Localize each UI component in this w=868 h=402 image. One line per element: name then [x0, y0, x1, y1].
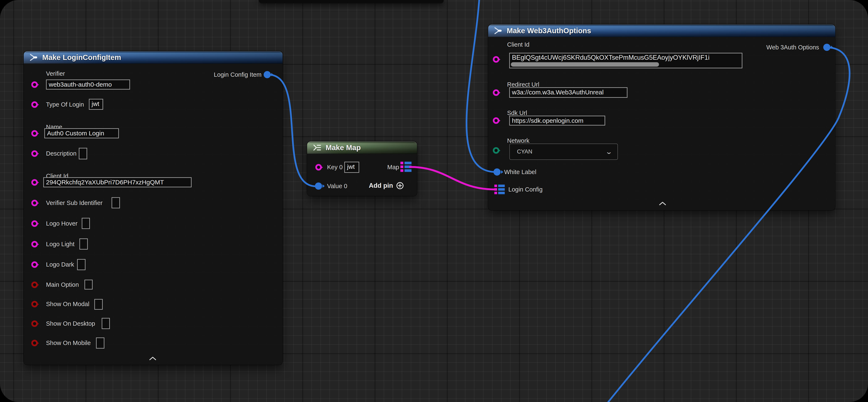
- make-struct-icon: [494, 27, 503, 34]
- add-pin-label: Add pin: [369, 182, 393, 190]
- node-title: Make LoginConfigItem: [42, 53, 121, 62]
- value0-pin[interactable]: [315, 182, 322, 190]
- collapse-chevron-icon[interactable]: [149, 356, 156, 361]
- sdk-url-pin[interactable]: [493, 117, 499, 124]
- pin-label: Show On Desktop: [46, 320, 95, 327]
- pin-label: Show On Mobile: [46, 339, 91, 346]
- pin-label: Description: [46, 150, 76, 157]
- key0-pin[interactable]: [315, 164, 322, 171]
- network-dropdown[interactable]: CYAN ⌄: [509, 143, 618, 160]
- make-map-icon: [313, 144, 322, 151]
- output-pin-label: Login Config Item: [214, 71, 261, 78]
- description-pin[interactable]: [31, 150, 38, 157]
- verifier-sub-identifier-input[interactable]: [112, 197, 120, 208]
- type-of-login-pin[interactable]: [31, 101, 38, 108]
- node-make-web3authoptions[interactable]: Make Web3AuthOptions Web 3Auth Options C…: [488, 24, 835, 210]
- verifier-sub-identifier-pin[interactable]: [31, 200, 38, 206]
- pin-label: Type Of Login: [46, 101, 84, 108]
- logo-dark-input[interactable]: [77, 259, 86, 270]
- pin-label: Network: [507, 137, 529, 144]
- map-pin[interactable]: [400, 162, 411, 172]
- pin-label: Main Option: [46, 281, 79, 288]
- make-struct-icon: [29, 54, 38, 61]
- show-on-mobile-pin[interactable]: [31, 340, 38, 346]
- node-make-loginconfigitem[interactable]: Make LoginConfigItem Login Config Item V…: [24, 51, 283, 365]
- pin-label: Value 0: [327, 182, 347, 190]
- show-on-mobile-checkbox[interactable]: [96, 338, 104, 349]
- description-input[interactable]: [79, 148, 87, 160]
- pin-label: Client Id: [507, 41, 529, 48]
- network-selected-value: CYAN: [517, 148, 606, 155]
- pin-label: Verifier Sub Identifier: [46, 199, 102, 206]
- network-pin[interactable]: [493, 147, 499, 154]
- offscreen-node-edge[interactable]: [259, 0, 444, 3]
- show-on-desktop-checkbox[interactable]: [102, 318, 110, 329]
- output-pin[interactable]: [823, 44, 830, 51]
- client-id-scrollbar[interactable]: [511, 62, 659, 67]
- client-id-input[interactable]: 294QRkchfq2YaXUbPri7D6PH7xzHgQMT: [43, 177, 192, 187]
- verifier-pin[interactable]: [31, 81, 38, 88]
- node-title: Make Map: [326, 143, 361, 152]
- pin-label: Logo Dark: [46, 261, 74, 268]
- node-header[interactable]: Make LoginConfigItem: [24, 51, 283, 64]
- pin-label: Login Config: [508, 186, 542, 193]
- logo-hover-input[interactable]: [82, 218, 90, 229]
- client-id-pin[interactable]: [31, 179, 38, 185]
- name-pin[interactable]: [31, 130, 38, 137]
- graph-canvas[interactable]: Make LoginConfigItem Login Config Item V…: [0, 0, 868, 402]
- client-id-pin[interactable]: [493, 56, 499, 63]
- pin-label: White Label: [504, 168, 536, 176]
- pin-label: Key 0: [327, 164, 343, 171]
- type-of-login-input[interactable]: jwt: [89, 99, 103, 110]
- output-pin-label: Web 3Auth Options: [766, 44, 819, 51]
- main-option-checkbox[interactable]: [85, 280, 93, 289]
- login-config-map-pin[interactable]: [494, 184, 505, 195]
- pin-label: Redirect Url: [507, 81, 539, 88]
- logo-hover-pin[interactable]: [31, 220, 38, 227]
- output-pin-label: Map: [388, 164, 399, 171]
- pin-label: Logo Hover: [46, 220, 78, 227]
- add-pin-button[interactable]: Add pin: [369, 182, 404, 190]
- pin-label: Logo Light: [46, 240, 74, 248]
- node-header[interactable]: Make Web3AuthOptions: [488, 24, 835, 37]
- name-input[interactable]: Auth0 Custom Login: [44, 128, 119, 138]
- wire-map-to-loginconfig[interactable]: [410, 167, 495, 190]
- verifier-input[interactable]: web3auth-auth0-demo: [46, 80, 130, 90]
- node-make-map[interactable]: Make Map Key 0 jwt Map Value 0 Add pin: [307, 141, 417, 196]
- redirect-url-input[interactable]: w3a://com.w3a.Web3AuthUnreal: [509, 87, 627, 98]
- key0-input[interactable]: jwt: [344, 162, 359, 173]
- chevron-down-icon: ⌄: [605, 148, 613, 155]
- output-pin[interactable]: [264, 71, 271, 78]
- redirect-url-pin[interactable]: [493, 89, 499, 96]
- pin-label: Show On Modal: [46, 300, 89, 308]
- logo-light-input[interactable]: [80, 238, 88, 250]
- show-on-modal-pin[interactable]: [31, 301, 38, 307]
- pin-label: Sdk Url: [507, 109, 527, 116]
- logo-light-pin[interactable]: [31, 241, 38, 248]
- main-option-pin[interactable]: [31, 282, 38, 288]
- node-header[interactable]: Make Map: [307, 141, 417, 154]
- logo-dark-pin[interactable]: [31, 261, 38, 268]
- sdk-url-input[interactable]: https://sdk.openlogin.com: [509, 116, 605, 125]
- show-on-desktop-pin[interactable]: [31, 320, 38, 327]
- collapse-chevron-icon[interactable]: [659, 201, 666, 206]
- white-label-pin[interactable]: [493, 168, 501, 176]
- show-on-modal-checkbox[interactable]: [94, 299, 103, 310]
- pin-label: Verifier: [46, 70, 65, 77]
- add-pin-plus-icon: [396, 182, 404, 190]
- node-title: Make Web3AuthOptions: [507, 27, 591, 35]
